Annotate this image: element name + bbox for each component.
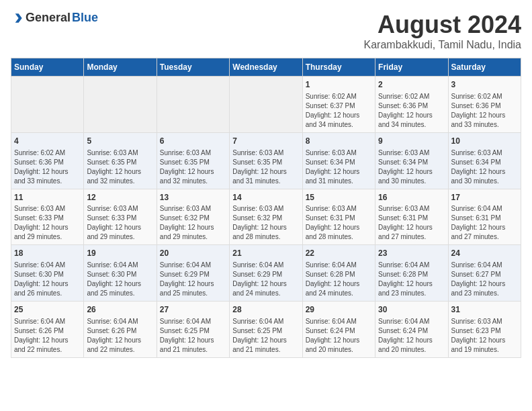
- day-info: Sunrise: 6:03 AM Sunset: 6:32 PM Dayligh…: [232, 204, 299, 242]
- day-info: Sunrise: 6:04 AM Sunset: 6:24 PM Dayligh…: [306, 317, 372, 355]
- day-number: 30: [378, 304, 445, 316]
- calendar-cell: [11, 77, 84, 133]
- day-number: 17: [451, 192, 518, 203]
- calendar-body: 1Sunrise: 6:02 AM Sunset: 6:37 PM Daylig…: [11, 77, 521, 358]
- day-info: Sunrise: 6:04 AM Sunset: 6:27 PM Dayligh…: [451, 261, 518, 298]
- day-info: Sunrise: 6:03 AM Sunset: 6:31 PM Dayligh…: [306, 204, 372, 242]
- svg-marker-0: [15, 13, 22, 22]
- day-number: 24: [451, 248, 518, 259]
- day-number: 19: [87, 248, 153, 259]
- day-number: 9: [378, 136, 445, 147]
- day-info: Sunrise: 6:04 AM Sunset: 6:31 PM Dayligh…: [451, 204, 518, 242]
- weekday-header: Monday: [84, 58, 157, 77]
- calendar-cell: 23Sunrise: 6:04 AM Sunset: 6:28 PM Dayli…: [375, 245, 448, 302]
- calendar-cell: 14Sunrise: 6:03 AM Sunset: 6:32 PM Dayli…: [230, 189, 302, 245]
- calendar-cell: 13Sunrise: 6:03 AM Sunset: 6:32 PM Dayli…: [157, 189, 229, 245]
- calendar-cell: 29Sunrise: 6:04 AM Sunset: 6:24 PM Dayli…: [302, 302, 375, 358]
- calendar-cell: 8Sunrise: 6:03 AM Sunset: 6:34 PM Daylig…: [302, 132, 375, 189]
- day-number: 4: [14, 136, 81, 147]
- day-number: 23: [378, 248, 445, 259]
- logo-blue-text: Blue: [72, 11, 98, 25]
- day-number: 3: [451, 79, 518, 91]
- calendar-week-row: 25Sunrise: 6:04 AM Sunset: 6:26 PM Dayli…: [11, 302, 521, 358]
- calendar-cell: 12Sunrise: 6:03 AM Sunset: 6:33 PM Dayli…: [84, 189, 157, 245]
- day-info: Sunrise: 6:04 AM Sunset: 6:26 PM Dayligh…: [14, 317, 81, 355]
- calendar-week-row: 18Sunrise: 6:04 AM Sunset: 6:30 PM Dayli…: [11, 245, 521, 302]
- weekday-header: Tuesday: [157, 58, 229, 77]
- day-info: Sunrise: 6:03 AM Sunset: 6:33 PM Dayligh…: [14, 204, 81, 242]
- calendar-cell: 1Sunrise: 6:02 AM Sunset: 6:37 PM Daylig…: [302, 77, 375, 133]
- day-number: 12: [87, 192, 153, 203]
- day-info: Sunrise: 6:03 AM Sunset: 6:35 PM Dayligh…: [160, 148, 226, 186]
- title-block: August 2024 Karambakkudi, Tamil Nadu, In…: [364, 11, 522, 51]
- day-info: Sunrise: 6:04 AM Sunset: 6:28 PM Dayligh…: [378, 261, 445, 298]
- day-number: 29: [306, 304, 372, 316]
- day-number: 18: [14, 248, 81, 259]
- day-info: Sunrise: 6:04 AM Sunset: 6:28 PM Dayligh…: [306, 261, 372, 298]
- day-number: 16: [378, 192, 445, 203]
- logo-general-text: General: [26, 11, 71, 25]
- calendar-week-row: 4Sunrise: 6:02 AM Sunset: 6:36 PM Daylig…: [11, 132, 521, 189]
- calendar-cell: 26Sunrise: 6:04 AM Sunset: 6:26 PM Dayli…: [84, 302, 157, 358]
- calendar-cell: 4Sunrise: 6:02 AM Sunset: 6:36 PM Daylig…: [11, 132, 84, 189]
- weekday-header: Friday: [375, 58, 448, 77]
- day-number: 7: [232, 136, 299, 147]
- day-info: Sunrise: 6:03 AM Sunset: 6:34 PM Dayligh…: [451, 148, 518, 186]
- day-info: Sunrise: 6:04 AM Sunset: 6:26 PM Dayligh…: [87, 317, 153, 355]
- calendar-cell: 3Sunrise: 6:02 AM Sunset: 6:36 PM Daylig…: [448, 77, 521, 133]
- calendar-cell: 24Sunrise: 6:04 AM Sunset: 6:27 PM Dayli…: [448, 245, 521, 302]
- calendar-cell: 6Sunrise: 6:03 AM Sunset: 6:35 PM Daylig…: [157, 132, 229, 189]
- logo-icon: [11, 11, 24, 25]
- day-number: 20: [160, 248, 226, 259]
- calendar-week-row: 1Sunrise: 6:02 AM Sunset: 6:37 PM Daylig…: [11, 77, 521, 133]
- day-number: 10: [451, 136, 518, 147]
- weekday-header-row: SundayMondayTuesdayWednesdayThursdayFrid…: [11, 58, 521, 77]
- day-info: Sunrise: 6:04 AM Sunset: 6:25 PM Dayligh…: [160, 317, 226, 355]
- logo: General Blue: [11, 11, 98, 25]
- day-number: 31: [451, 304, 518, 316]
- day-number: 2: [378, 79, 445, 91]
- weekday-header: Sunday: [11, 58, 84, 77]
- day-info: Sunrise: 6:03 AM Sunset: 6:31 PM Dayligh…: [378, 204, 445, 242]
- calendar-cell: [157, 77, 229, 133]
- day-info: Sunrise: 6:04 AM Sunset: 6:30 PM Dayligh…: [87, 261, 153, 298]
- page-header: General Blue August 2024 Karambakkudi, T…: [11, 11, 521, 51]
- day-info: Sunrise: 6:03 AM Sunset: 6:33 PM Dayligh…: [87, 204, 153, 242]
- day-number: 22: [306, 248, 372, 259]
- day-info: Sunrise: 6:02 AM Sunset: 6:37 PM Dayligh…: [306, 92, 372, 130]
- calendar-cell: 7Sunrise: 6:03 AM Sunset: 6:35 PM Daylig…: [230, 132, 302, 189]
- day-number: 21: [232, 248, 299, 259]
- calendar-cell: 11Sunrise: 6:03 AM Sunset: 6:33 PM Dayli…: [11, 189, 84, 245]
- day-number: 28: [232, 304, 299, 316]
- weekday-header: Thursday: [302, 58, 375, 77]
- day-info: Sunrise: 6:03 AM Sunset: 6:32 PM Dayligh…: [160, 204, 226, 242]
- calendar-cell: 25Sunrise: 6:04 AM Sunset: 6:26 PM Dayli…: [11, 302, 84, 358]
- calendar-cell: 30Sunrise: 6:04 AM Sunset: 6:24 PM Dayli…: [375, 302, 448, 358]
- day-number: 11: [14, 192, 81, 203]
- day-info: Sunrise: 6:04 AM Sunset: 6:24 PM Dayligh…: [378, 317, 445, 355]
- calendar-cell: 19Sunrise: 6:04 AM Sunset: 6:30 PM Dayli…: [84, 245, 157, 302]
- calendar-header: SundayMondayTuesdayWednesdayThursdayFrid…: [11, 58, 521, 77]
- day-number: 6: [160, 136, 226, 147]
- day-info: Sunrise: 6:02 AM Sunset: 6:36 PM Dayligh…: [14, 148, 81, 186]
- day-number: 27: [160, 304, 226, 316]
- calendar-title: August 2024: [364, 11, 522, 39]
- calendar-cell: 15Sunrise: 6:03 AM Sunset: 6:31 PM Dayli…: [302, 189, 375, 245]
- calendar-cell: 5Sunrise: 6:03 AM Sunset: 6:35 PM Daylig…: [84, 132, 157, 189]
- day-info: Sunrise: 6:02 AM Sunset: 6:36 PM Dayligh…: [451, 92, 518, 130]
- day-number: 14: [232, 192, 299, 203]
- weekday-header: Wednesday: [230, 58, 302, 77]
- weekday-header: Saturday: [448, 58, 521, 77]
- calendar-subtitle: Karambakkudi, Tamil Nadu, India: [364, 39, 522, 51]
- calendar-cell: 28Sunrise: 6:04 AM Sunset: 6:25 PM Dayli…: [230, 302, 302, 358]
- day-info: Sunrise: 6:04 AM Sunset: 6:30 PM Dayligh…: [14, 261, 81, 298]
- calendar-cell: 21Sunrise: 6:04 AM Sunset: 6:29 PM Dayli…: [230, 245, 302, 302]
- calendar-cell: 27Sunrise: 6:04 AM Sunset: 6:25 PM Dayli…: [157, 302, 229, 358]
- day-info: Sunrise: 6:03 AM Sunset: 6:23 PM Dayligh…: [451, 317, 518, 355]
- calendar-table: SundayMondayTuesdayWednesdayThursdayFrid…: [11, 58, 521, 358]
- calendar-cell: 20Sunrise: 6:04 AM Sunset: 6:29 PM Dayli…: [157, 245, 229, 302]
- day-info: Sunrise: 6:04 AM Sunset: 6:29 PM Dayligh…: [160, 261, 226, 298]
- calendar-cell: 9Sunrise: 6:03 AM Sunset: 6:34 PM Daylig…: [375, 132, 448, 189]
- calendar-cell: 10Sunrise: 6:03 AM Sunset: 6:34 PM Dayli…: [448, 132, 521, 189]
- calendar-cell: 22Sunrise: 6:04 AM Sunset: 6:28 PM Dayli…: [302, 245, 375, 302]
